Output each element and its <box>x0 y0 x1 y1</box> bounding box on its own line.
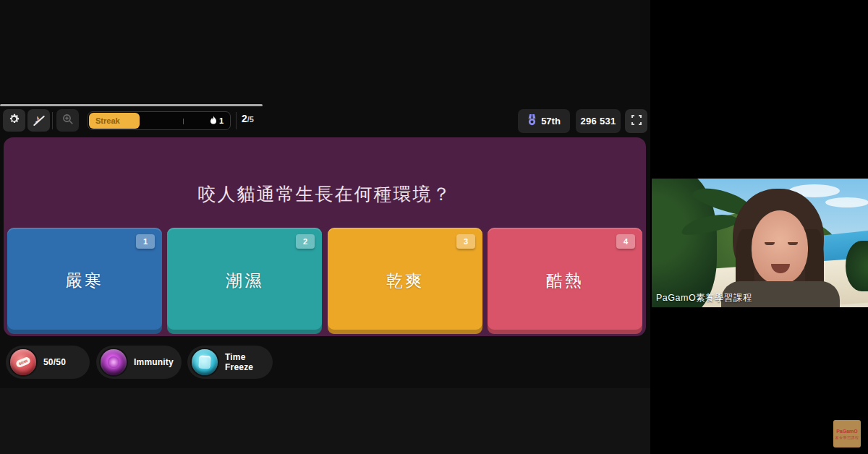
question-text: 咬人貓通常生長在何種環境？ <box>4 182 646 206</box>
answer-option-3[interactable]: 3 乾爽 <box>328 228 482 334</box>
powerup-label: Time Freeze <box>225 352 273 372</box>
fifty-fifty-icon: 50/50 <box>10 349 36 375</box>
answer-option-4[interactable]: 4 酷熱 <box>488 228 642 334</box>
webcam-caption: PaGamO素養學習課程 <box>656 292 752 304</box>
game-toolbar: ♪ Streak 1 <box>0 109 650 133</box>
powerup-label: 50/50 <box>43 357 66 367</box>
answer-number-badge: 1 <box>136 234 155 249</box>
rank-value: 57th <box>541 116 561 127</box>
settings-button[interactable] <box>3 109 25 132</box>
logo-text: PaGamO <box>836 429 858 434</box>
webcam-video: PaGamO素養學習課程 <box>652 179 868 307</box>
zoom-button[interactable] <box>56 109 79 132</box>
screen-share-letterbox <box>0 388 650 454</box>
progress-current: 2 <box>242 113 247 124</box>
cloud-shape <box>825 197 868 207</box>
presenter-eye <box>765 242 775 245</box>
question-panel: 咬人貓通常生長在何種環境？ 1 嚴寒 2 潮濕 3 乾爽 4 酷熱 <box>4 137 646 336</box>
answer-option-2[interactable]: 2 潮濕 <box>167 228 322 334</box>
video-progress-bar[interactable] <box>0 104 263 106</box>
answer-label: 酷熱 <box>546 270 584 292</box>
streak-meter-tick <box>183 119 184 124</box>
video-frame: ♪ Streak 1 <box>0 0 868 454</box>
pill-glyph: 50/50 <box>15 356 31 369</box>
presenter-eye <box>788 242 798 245</box>
music-mute-button[interactable]: ♪ <box>27 109 50 132</box>
streak-label: Streak <box>95 116 120 125</box>
answer-label: 乾爽 <box>386 270 424 292</box>
score-badge: 296 531 <box>576 109 621 133</box>
answer-options: 1 嚴寒 2 潮濕 3 乾爽 4 酷熱 <box>4 228 646 336</box>
ice-glyph <box>198 355 210 369</box>
gear-icon <box>8 113 20 128</box>
answer-label: 嚴寒 <box>66 270 103 292</box>
game-screen-share: ♪ Streak 1 <box>0 0 650 454</box>
immunity-icon <box>101 349 127 375</box>
answer-option-1[interactable]: 1 嚴寒 <box>7 228 162 334</box>
fullscreen-icon <box>631 115 642 128</box>
streak-meter-fill: Streak <box>89 113 140 129</box>
answer-number-badge: 2 <box>296 234 315 249</box>
progress-total: 5 <box>250 115 254 124</box>
streak-meter: Streak 1 <box>88 111 231 130</box>
magnifier-plus-icon <box>62 113 74 128</box>
pagamo-logo: PaGamO 素養學習課程 <box>833 420 861 447</box>
toolbar-divider <box>52 112 53 129</box>
immunity-orb-glyph <box>108 356 119 368</box>
powerup-time-freeze[interactable]: Time Freeze <box>187 346 273 379</box>
powerup-immunity[interactable]: Immunity <box>96 346 182 379</box>
answer-label: 潮濕 <box>226 270 263 292</box>
medal-icon <box>527 114 537 128</box>
rank-badge: 57th <box>518 109 570 133</box>
answer-number-badge: 4 <box>616 234 635 249</box>
streak-count-value: 1 <box>219 116 224 125</box>
logo-subtext: 素養學習課程 <box>835 435 859 440</box>
powerup-label: Immunity <box>134 357 174 367</box>
toolbar-divider <box>236 112 237 129</box>
score-value: 296 531 <box>580 116 616 127</box>
answer-number-badge: 3 <box>456 234 475 249</box>
flame-icon <box>210 116 217 126</box>
question-progress: 2/5 <box>242 113 254 124</box>
fullscreen-button[interactable] <box>625 109 647 133</box>
streak-count: 1 <box>210 112 224 129</box>
powerups-bar: 50/50 50/50 Immunity Time Freeze <box>0 346 650 379</box>
powerup-fifty-fifty[interactable]: 50/50 50/50 <box>6 346 90 379</box>
time-freeze-icon <box>192 349 218 375</box>
music-note-slash-icon: ♪ <box>33 114 45 127</box>
